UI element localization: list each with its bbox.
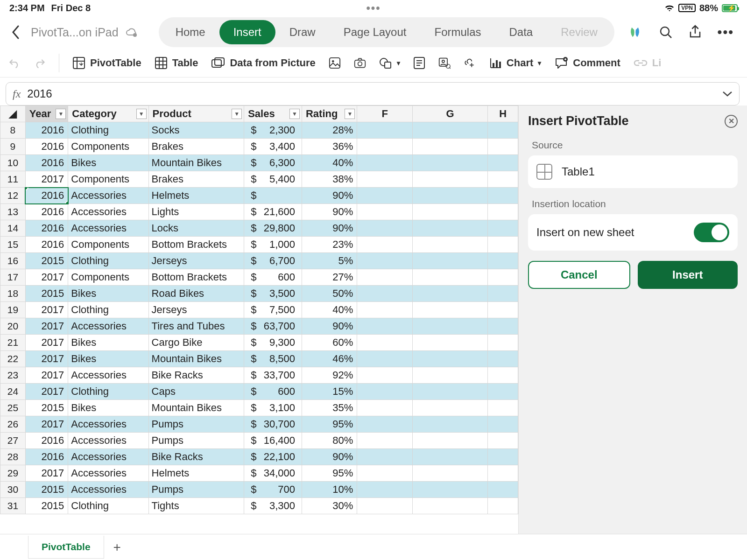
cell[interactable]: $34,000 [244, 465, 302, 482]
cell[interactable]: Components [68, 171, 148, 188]
cell[interactable]: $700 [244, 482, 302, 498]
cell[interactable]: 2017 [25, 171, 68, 188]
select-all-corner[interactable]: ◢ [0, 106, 26, 122]
cell[interactable]: Bikes [68, 286, 148, 302]
cell[interactable]: 2016 [25, 155, 68, 171]
cell[interactable] [357, 253, 412, 269]
ribbon-table[interactable]: Table [155, 56, 198, 70]
row-header[interactable]: 16 [0, 253, 26, 269]
cell[interactable] [488, 302, 518, 318]
cell[interactable]: 2017 [25, 318, 68, 335]
cell[interactable] [488, 204, 518, 220]
cell[interactable] [412, 498, 488, 514]
cell[interactable]: Bottom Brackets [148, 237, 244, 253]
cell[interactable]: 27% [302, 269, 357, 286]
cell[interactable] [488, 122, 518, 139]
row-header[interactable]: 23 [0, 367, 26, 384]
row-header[interactable]: 20 [0, 318, 26, 335]
cell[interactable]: $ [244, 188, 302, 204]
cell[interactable]: Accessories [68, 188, 148, 204]
ribbon-pivottable[interactable]: PivotTable [72, 56, 141, 70]
cell[interactable] [357, 433, 412, 449]
col-header-rating[interactable]: Rating▼ [302, 106, 357, 122]
cell[interactable]: 90% [302, 220, 357, 237]
cell[interactable] [357, 465, 412, 482]
add-sheet-button[interactable]: + [104, 540, 130, 555]
cell[interactable]: Accessories [68, 204, 148, 220]
cell[interactable]: Pumps [148, 433, 244, 449]
cell[interactable]: $5,400 [244, 171, 302, 188]
source-card[interactable]: Table1 [528, 155, 738, 188]
share-icon[interactable] [689, 25, 702, 40]
more-icon[interactable]: ••• [718, 25, 734, 40]
cell[interactable] [412, 237, 488, 253]
cell[interactable]: 2017 [25, 351, 68, 367]
cell[interactable]: Bike Racks [148, 449, 244, 465]
cell[interactable] [412, 139, 488, 155]
cell[interactable]: 2017 [25, 416, 68, 433]
cell[interactable] [488, 351, 518, 367]
cell[interactable]: 2017 [25, 269, 68, 286]
cell[interactable]: Brakes [148, 171, 244, 188]
document-name[interactable]: PivotTa...on iPad [31, 26, 119, 39]
cell[interactable] [357, 318, 412, 335]
close-icon[interactable]: ✕ [725, 115, 738, 128]
cell[interactable] [412, 433, 488, 449]
cell[interactable]: 2016 [25, 204, 68, 220]
col-header-f[interactable]: F [357, 106, 412, 122]
tab-draw[interactable]: Draw [275, 20, 330, 44]
row-header[interactable]: 30 [0, 482, 26, 498]
undo-icon[interactable] [8, 57, 21, 69]
filter-icon[interactable]: ▼ [345, 109, 355, 119]
cell[interactable]: 30% [302, 498, 357, 514]
col-header-sales[interactable]: Sales▼ [244, 106, 302, 122]
cell[interactable]: Accessories [68, 482, 148, 498]
camera-icon[interactable] [354, 57, 366, 69]
cell[interactable]: Bikes [68, 155, 148, 171]
cell[interactable] [412, 220, 488, 237]
cell[interactable]: Brakes [148, 139, 244, 155]
cell[interactable] [357, 416, 412, 433]
cell[interactable]: Mountain Bikes [148, 351, 244, 367]
cell[interactable] [488, 253, 518, 269]
cell[interactable] [412, 351, 488, 367]
cell[interactable]: Bikes [68, 400, 148, 416]
people-icon[interactable] [438, 57, 451, 69]
cell[interactable] [488, 482, 518, 498]
cell[interactable] [357, 335, 412, 351]
row-header[interactable]: 31 [0, 498, 26, 514]
cell[interactable] [412, 465, 488, 482]
cell[interactable]: 90% [302, 204, 357, 220]
cell[interactable] [488, 139, 518, 155]
cell[interactable] [412, 449, 488, 465]
cell[interactable] [488, 220, 518, 237]
cell[interactable]: 28% [302, 122, 357, 139]
row-header[interactable]: 24 [0, 384, 26, 400]
cell[interactable] [412, 188, 488, 204]
ribbon-data-from-picture[interactable]: Data from Picture [211, 57, 315, 69]
cell[interactable]: 40% [302, 302, 357, 318]
cell[interactable]: 90% [302, 449, 357, 465]
cell[interactable]: Jerseys [148, 253, 244, 269]
row-header[interactable]: 18 [0, 286, 26, 302]
cell[interactable] [412, 155, 488, 171]
cell[interactable]: Accessories [68, 449, 148, 465]
cell[interactable]: 2016 [25, 139, 68, 155]
cell[interactable]: 2017 [25, 335, 68, 351]
cell[interactable] [357, 269, 412, 286]
tab-formulas[interactable]: Formulas [420, 20, 495, 44]
cell[interactable]: Components [68, 139, 148, 155]
cell[interactable]: 95% [302, 416, 357, 433]
copilot-icon[interactable] [627, 24, 643, 40]
row-header[interactable]: 21 [0, 335, 26, 351]
addin-icon[interactable] [464, 57, 476, 69]
cell[interactable]: Accessories [68, 433, 148, 449]
cell[interactable]: 2015 [25, 400, 68, 416]
cell[interactable]: $600 [244, 384, 302, 400]
cell[interactable] [357, 286, 412, 302]
cell[interactable] [488, 416, 518, 433]
cell[interactable]: Helmets [148, 188, 244, 204]
cell[interactable]: Accessories [68, 318, 148, 335]
new-sheet-toggle[interactable] [694, 223, 729, 242]
tab-review[interactable]: Review [547, 20, 612, 44]
